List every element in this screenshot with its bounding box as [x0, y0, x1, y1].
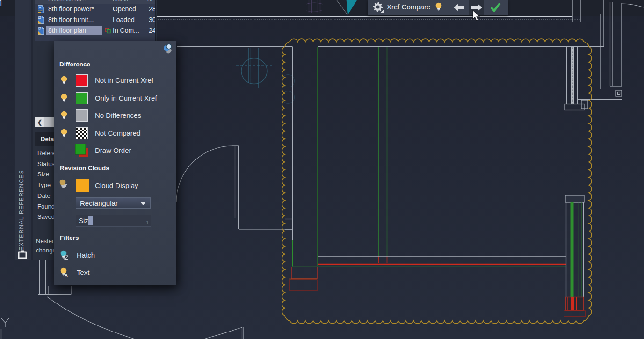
svg-text:DWG: DWG	[38, 9, 43, 12]
svg-text:A: A	[65, 273, 68, 277]
